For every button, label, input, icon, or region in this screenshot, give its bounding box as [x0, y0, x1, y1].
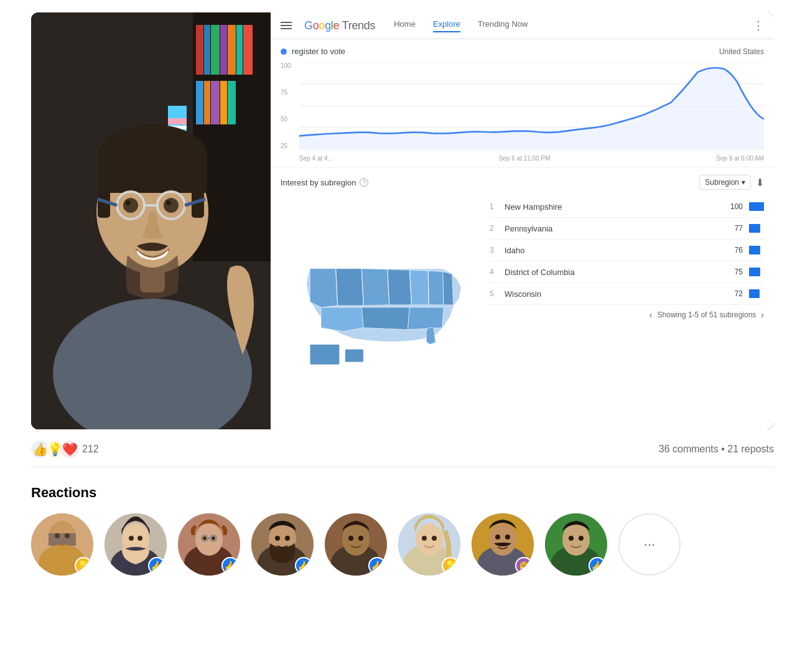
avatar-badge-3: 👍 [221, 557, 239, 574]
svg-rect-7 [236, 25, 243, 75]
subregion-dropdown[interactable]: Subregion ▾ [699, 175, 751, 190]
pagination: ‹ Showing 1-5 of 51 subregions › [490, 310, 764, 320]
media-area: Google Trends Home Explore Trending Now … [31, 12, 774, 429]
avatar-circle-4: 👍 [251, 513, 314, 576]
avatar-6[interactable]: 💡 [398, 513, 460, 576]
svg-rect-4 [211, 25, 220, 75]
svg-rect-15 [168, 118, 187, 124]
avatar-1[interactable]: 💡 [31, 513, 93, 576]
rank-bar-2 [749, 223, 764, 234]
avatar-7[interactable]: 🤗 [472, 513, 534, 576]
avatar-circle-6: 💡 [398, 513, 460, 576]
rank-num-5: 5 [490, 289, 498, 298]
rank-value-4: 75 [728, 268, 743, 276]
rankings-list: 1 New Hampshire 100 2 Pennsylvania 77 [490, 196, 764, 422]
svg-point-54 [129, 536, 134, 541]
x-date-1: Sep 4 at 4... [299, 155, 333, 162]
rank-num-2: 2 [490, 224, 498, 233]
rank-value-5: 72 [728, 289, 743, 298]
download-icon[interactable]: ⬇ [756, 177, 764, 189]
svg-point-86 [562, 523, 590, 556]
reactions-bar: 👍 💡 ❤️ 212 36 comments • 21 reposts [31, 432, 774, 467]
subregion-controls: Subregion ▾ ⬇ [699, 175, 764, 190]
rank-name-2: Pennsylvania [505, 224, 722, 233]
rank-name-3: Idaho [505, 246, 722, 255]
avatar-3[interactable]: 👍 [178, 513, 240, 576]
svg-point-88 [579, 536, 584, 541]
search-icon[interactable]: ⋮ [753, 19, 764, 32]
rank-name-1: New Hampshire [505, 202, 722, 212]
reaction-counts[interactable]: 👍 💡 ❤️ 212 [31, 441, 99, 458]
y-100: 100 [281, 62, 291, 69]
svg-rect-11 [211, 81, 220, 124]
pagination-text: Showing 1-5 of 51 subregions [658, 310, 756, 319]
nav-home[interactable]: Home [394, 19, 416, 32]
rank-row-3: 3 Idaho 76 [490, 240, 764, 261]
svg-rect-43 [310, 344, 340, 365]
svg-point-49 [55, 533, 60, 538]
svg-point-72 [348, 536, 353, 541]
avatar-circle-7: 🤗 [472, 513, 534, 576]
svg-rect-3 [204, 25, 210, 75]
comments-count[interactable]: 36 comments [659, 444, 719, 454]
nav-trending[interactable]: Trending Now [478, 19, 528, 32]
more-circle[interactable]: ··· [618, 513, 681, 576]
video-panel [31, 12, 271, 429]
rank-value-1: 100 [728, 202, 743, 211]
more-reactions[interactable]: ··· [618, 513, 681, 576]
reposts-count[interactable]: 21 reposts [727, 444, 774, 454]
avatar-circle-8: 👍 [545, 513, 607, 576]
svg-rect-9 [196, 81, 203, 124]
page-prev[interactable]: ‹ [649, 310, 653, 320]
rank-num-3: 3 [490, 246, 498, 254]
rank-name-4: District of Columbia [505, 268, 722, 277]
avatar-circle-5: 👍 [325, 513, 387, 576]
gt-header: Google Trends Home Explore Trending Now … [271, 12, 774, 39]
svg-rect-44 [345, 349, 364, 362]
svg-point-81 [489, 523, 516, 556]
svg-point-55 [137, 536, 142, 541]
hamburger-menu[interactable] [281, 22, 292, 29]
gt-chart-section: register to vote United States 100 75 50… [271, 39, 774, 167]
avatar-4[interactable]: 👍 [251, 513, 314, 576]
subregion-header: Interest by subregion ? Subregion ▾ ⬇ [281, 175, 764, 190]
gt-navigation: Home Explore Trending Now [394, 19, 528, 32]
nav-explore[interactable]: Explore [433, 19, 460, 32]
svg-rect-22 [98, 156, 110, 218]
svg-rect-21 [98, 156, 207, 193]
svg-rect-23 [192, 156, 204, 218]
avatar-8[interactable]: 👍 [545, 513, 607, 576]
rank-num-1: 1 [490, 202, 498, 211]
avatar-badge-5: 👍 [368, 557, 386, 574]
page-next[interactable]: › [761, 310, 764, 320]
svg-rect-12 [220, 81, 227, 124]
x-date-2: Sep 6 at 11:00 PM [499, 155, 551, 162]
stats-separator: • [721, 444, 727, 454]
rank-row-1: 1 New Hampshire 100 [490, 196, 764, 218]
x-date-3: Sep 9 at 6:00 AM [716, 155, 764, 162]
svg-point-78 [432, 536, 437, 541]
y-75: 75 [281, 89, 291, 96]
avatars-row: 💡 👍 [31, 513, 774, 576]
svg-point-62 [203, 536, 207, 540]
avatar-circle-2: 👍 [105, 513, 167, 576]
post-container: Google Trends Home Explore Trending Now … [31, 12, 774, 576]
y-axis: 100 75 50 25 [281, 62, 295, 149]
help-icon[interactable]: ? [360, 178, 368, 187]
avatar-badge-6: 💡 [442, 557, 459, 574]
avatar-circle-3: 👍 [178, 513, 240, 576]
avatar-2[interactable]: 👍 [105, 513, 167, 576]
svg-point-68 [285, 536, 290, 541]
avatar-5[interactable]: 👍 [325, 513, 387, 576]
subregion-title: Interest by subregion [281, 178, 356, 187]
svg-point-71 [342, 523, 370, 556]
rank-bar-5 [749, 288, 764, 299]
emoji-stack: 👍 💡 ❤️ [31, 441, 76, 458]
avatar-badge-7: 🤗 [515, 557, 533, 574]
svg-point-73 [358, 536, 363, 541]
avatar-badge-2: 👍 [148, 557, 165, 574]
svg-point-87 [569, 536, 574, 541]
svg-point-50 [65, 533, 70, 538]
svg-rect-47 [49, 533, 76, 546]
svg-point-29 [166, 200, 171, 205]
